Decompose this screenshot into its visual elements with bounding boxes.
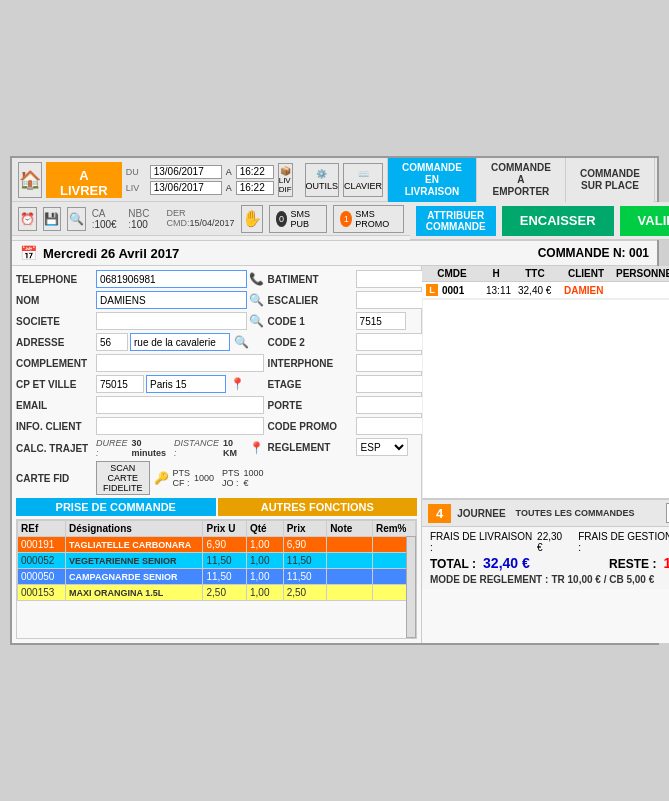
- table-row[interactable]: 000052 VEGETARIENNE SENIOR 11,50 1,00 11…: [18, 553, 416, 569]
- adresse-num-input[interactable]: [96, 333, 128, 351]
- reglement-select[interactable]: ESP CB TR: [356, 438, 408, 456]
- table-row[interactable]: 000153 MAXI ORANGINA 1.5L 2,50 1,00 2,50: [18, 585, 416, 601]
- scan-button[interactable]: SCAN CARTE FIDELITE: [96, 461, 150, 495]
- attribuer-button[interactable]: ATTRIBUER COMMANDE: [416, 206, 496, 236]
- infoclient-row: INFO. CLIENT: [16, 417, 264, 435]
- cmde-table-header: CMDE H TTC CLIENT PERSONNEL L E: [422, 266, 669, 282]
- nom-input[interactable]: [96, 291, 247, 309]
- col-ref: REf: [18, 521, 66, 537]
- societe-row: SOCIETE 🔍: [16, 312, 264, 330]
- infoclient-input[interactable]: [96, 417, 264, 435]
- tab-place-label: COMMANDE SUR PLACE: [580, 168, 640, 192]
- date-liv-input[interactable]: [150, 181, 222, 195]
- adresse-search-icon[interactable]: 🔍: [234, 335, 249, 349]
- duree-label: DUREE :: [96, 438, 128, 458]
- livdif-button[interactable]: 📦 LIV DIF: [278, 163, 293, 197]
- ville-input[interactable]: [146, 375, 226, 393]
- infoclient-label: INFO. CLIENT: [16, 421, 96, 432]
- empty-orders-area: [422, 299, 669, 499]
- email-input[interactable]: [96, 396, 264, 414]
- cartefid-label: CARTE FID: [16, 473, 96, 484]
- outils-button[interactable]: ⚙️ OUTILS: [305, 163, 340, 197]
- search-button[interactable]: 🔍: [67, 207, 86, 231]
- cmde-row-1[interactable]: L 0001 13:11 32,40 € DAMIEN: [422, 282, 669, 299]
- col-client: CLIENT: [560, 268, 612, 279]
- codepromo-row: CODE PROMO: [268, 417, 448, 435]
- col-personnel: PERSONNEL: [616, 268, 669, 279]
- sms-pub-button[interactable]: 0 SMS PUB: [269, 205, 328, 233]
- nom-search-icon[interactable]: 🔍: [249, 293, 264, 307]
- cmde-client: DAMIEN: [564, 285, 616, 296]
- tab-livraison-label: COMMANDE EN LIVRAISON: [402, 162, 462, 198]
- cell-prix: 6,90: [283, 537, 327, 553]
- commande-label: COMMANDE N:: [538, 246, 626, 260]
- total-label: TOTAL :: [430, 557, 476, 571]
- adresse-row: ADRESSE 🔍: [16, 333, 264, 351]
- cell-designation: MAXI ORANGINA 1.5L: [66, 585, 203, 601]
- clavier-button[interactable]: ⌨️ CLAVIER: [343, 163, 383, 197]
- code2-row: CODE 2: [268, 333, 448, 351]
- complement-input[interactable]: [96, 354, 264, 372]
- alivrer-label: A LIVRER: [60, 168, 108, 198]
- livdif-label: LIV DIF: [279, 176, 292, 194]
- home-icon: 🏠: [19, 169, 41, 191]
- encaisser-button[interactable]: ENCAISSER: [502, 206, 614, 236]
- cell-prixu: 11,50: [203, 569, 247, 585]
- reglement-label: REGLEMENT: [268, 442, 356, 453]
- bottom-nav: 4 JOURNEE TOUTES LES COMMANDES ◀ ▶: [422, 499, 669, 526]
- telephone-row: TELEPHONE 📞: [16, 270, 264, 288]
- tab-emporter[interactable]: COMMANDE A EMPORTER: [477, 158, 566, 202]
- cell-prixu: 6,90: [203, 537, 247, 553]
- batiment-label: BATIMENT: [268, 274, 356, 285]
- du-label: DU: [126, 167, 148, 177]
- alivrer-button[interactable]: A LIVRER: [46, 162, 122, 198]
- time-du-input[interactable]: [236, 165, 274, 179]
- cell-ref: 000191: [18, 537, 66, 553]
- commande-num: 001: [629, 246, 649, 260]
- col-prix: Prix: [283, 521, 327, 537]
- tab-place[interactable]: COMMANDE SUR PLACE: [566, 158, 655, 202]
- home-button[interactable]: 🏠: [18, 162, 42, 198]
- cell-note: [327, 569, 373, 585]
- time-liv-input[interactable]: [236, 181, 274, 195]
- scan-label: SCAN CARTE FIDELITE: [103, 463, 143, 493]
- cell-qte: 1,00: [246, 537, 283, 553]
- table-row[interactable]: 000050 CAMPAGNARDE SENIOR 11,50 1,00 11,…: [18, 569, 416, 585]
- valider-button[interactable]: VALIDER: [620, 206, 669, 236]
- societe-input[interactable]: [96, 312, 247, 330]
- sms-promo-button[interactable]: 1 SMS PROMO: [333, 205, 403, 233]
- code1-input[interactable]: [356, 312, 406, 330]
- total-val: 32,40 €: [483, 555, 530, 571]
- ca-val: 100€: [94, 219, 116, 230]
- clock-button[interactable]: ⏰: [18, 207, 37, 231]
- date-bar: 📅 Mercredi 26 Avril 2017 COMMANDE N: 001: [12, 241, 657, 266]
- trajet-map-icon[interactable]: 📍: [249, 441, 264, 455]
- cell-qte: 1,00: [246, 585, 283, 601]
- date-du-input[interactable]: [150, 165, 222, 179]
- save-button[interactable]: 💾: [43, 207, 62, 231]
- cell-prix: 11,50: [283, 569, 327, 585]
- email-label: EMAIL: [16, 400, 96, 411]
- batiment-row: BATIMENT: [268, 270, 448, 288]
- autres-fonctions-header: AUTRES FONCTIONS: [218, 498, 418, 516]
- cp-input[interactable]: [96, 375, 144, 393]
- scan-icon: 🔑: [154, 471, 169, 485]
- frais-livraison-val: 22,30 €: [537, 531, 570, 553]
- interphone-row: INTERPHONE: [268, 354, 448, 372]
- escalier-label: ESCALIER: [268, 295, 356, 306]
- pts-cf-val: 1000: [194, 473, 214, 483]
- table-row[interactable]: 000191 TAGLIATELLE CARBONARA 6,90 1,00 6…: [18, 537, 416, 553]
- pts-jo-label: PTS JO :: [222, 468, 240, 488]
- cell-prixu: 11,50: [203, 553, 247, 569]
- adresse-rue-input[interactable]: [130, 333, 230, 351]
- societe-search-icon[interactable]: 🔍: [249, 314, 264, 328]
- hand-button[interactable]: ✋: [241, 205, 263, 233]
- table-scrollbar[interactable]: [406, 536, 416, 638]
- cpville-label: CP ET VILLE: [16, 379, 96, 390]
- cell-ref: 000052: [18, 553, 66, 569]
- col-h: H: [482, 268, 510, 279]
- tab-livraison[interactable]: COMMANDE EN LIVRAISON: [388, 158, 477, 202]
- col-rem: Rem%: [372, 521, 415, 537]
- frais-gestion-label: FRAIS DE GESTION :: [578, 531, 669, 553]
- telephone-input[interactable]: [96, 270, 247, 288]
